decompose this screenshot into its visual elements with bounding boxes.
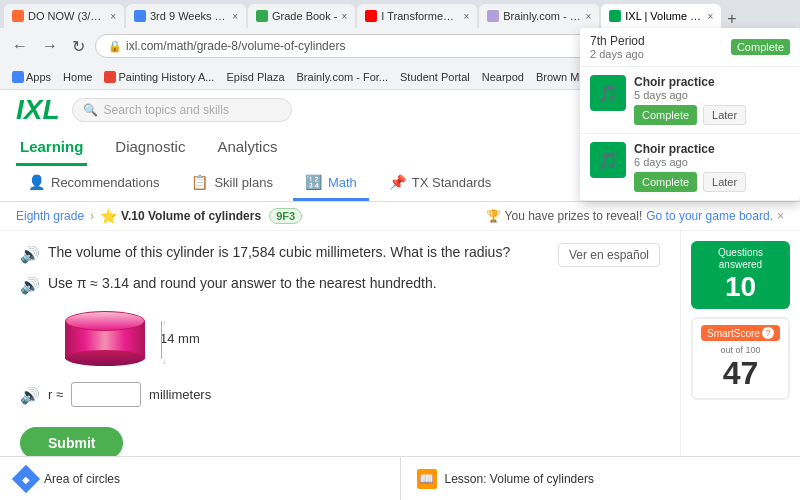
breadcrumb: Eighth grade › ⭐ V.10 Volume of cylinder… — [0, 202, 800, 231]
sub-nav-tx-standards[interactable]: 📌 TX Standards — [377, 166, 504, 201]
notif-icon-1: 🎵 — [590, 75, 626, 111]
tab-close-ixl[interactable]: × — [707, 11, 713, 22]
notif-complete-btn-1[interactable]: Complete — [634, 105, 697, 125]
ixl-logo-text: IXL — [16, 94, 60, 125]
breadcrumb-grade[interactable]: Eighth grade — [16, 209, 84, 223]
new-tab-button[interactable]: + — [727, 10, 736, 28]
qa-count: 10 — [699, 271, 782, 303]
search-bar[interactable]: 🔍 Search topics and skills — [72, 98, 292, 122]
translate-button[interactable]: Ver en español — [558, 243, 660, 267]
notif-actions-1: Complete Later — [634, 105, 790, 125]
forward-button[interactable]: → — [38, 35, 62, 57]
speaker-icon-1[interactable]: 🔊 — [20, 245, 40, 264]
sub-nav-math[interactable]: 🔢 Math — [293, 166, 369, 201]
nav-analytics[interactable]: Analytics — [213, 130, 281, 166]
sub-nav-label-math: Math — [328, 175, 357, 190]
notif-title-1: Choir practice — [634, 75, 790, 89]
smart-score-sub: out of 100 — [701, 345, 780, 355]
tab-close-brainly[interactable]: × — [585, 11, 591, 22]
bookmark-apps[interactable]: Apps — [8, 69, 55, 85]
tab-favicon-do — [12, 10, 24, 22]
recommendations-icon: 👤 — [28, 174, 45, 190]
height-arrow-bottom: ↓ — [162, 357, 166, 366]
bookmark-home[interactable]: Home — [59, 69, 96, 85]
notif-later-btn-1[interactable]: Later — [703, 105, 746, 125]
smart-score-info-icon[interactable]: ? — [762, 327, 774, 339]
tab-close-do-now[interactable]: × — [110, 11, 116, 22]
bookmark-painting[interactable]: Painting History A... — [100, 69, 218, 85]
notif-content-1: Choir practice 5 days ago Complete Later — [634, 75, 790, 125]
tab-favicon-brainly — [487, 10, 499, 22]
tab-label-9weeks: 3rd 9 Weeks Test | School... — [150, 10, 228, 22]
score-badge: 9F3 — [269, 208, 302, 224]
lock-icon: 🔒 — [108, 40, 122, 53]
answer-input[interactable] — [71, 382, 141, 407]
cylinder-diagram: ↑ ↓ 14 mm — [60, 311, 660, 366]
tab-close-9weeks[interactable]: × — [232, 11, 238, 22]
prize-link[interactable]: Go to your game board. — [646, 209, 773, 223]
notif-item-2: 🎵 Choir practice 6 days ago Complete Lat… — [580, 134, 800, 201]
resource-area-of-circles[interactable]: ◆ Area of circles — [0, 457, 401, 500]
trophy-icon: 🏆 — [486, 209, 501, 223]
breadcrumb-sep: › — [90, 209, 94, 223]
notif-item-1: 🎵 Choir practice 5 days ago Complete Lat… — [580, 67, 800, 134]
bookmark-apps-icon — [12, 71, 24, 83]
breadcrumb-topic: ⭐ V.10 Volume of cylinders 9F3 — [100, 208, 302, 224]
tab-label-ixl: IXL | Volume of cylinders |... — [625, 10, 703, 22]
back-button[interactable]: ← — [8, 35, 32, 57]
notif-actions-2: Complete Later — [634, 172, 790, 192]
tab-do-now[interactable]: DO NOW (3/3) The Selfie i... × — [4, 4, 124, 28]
bookmark-nearpod[interactable]: Nearpod — [478, 69, 528, 85]
tab-favicon-ixl — [609, 10, 621, 22]
resource-book-icon: 📖 — [417, 469, 437, 489]
problem-text-1: The volume of this cylinder is 17,584 cu… — [48, 243, 510, 263]
resource-diamond-icon: ◆ — [12, 464, 40, 492]
period-info: 7th Period 2 days ago — [590, 34, 645, 60]
tab-transformed[interactable]: I Transformed A GIANT C... × — [357, 4, 477, 28]
bookmark-episd[interactable]: Episd Plaza — [222, 69, 288, 85]
breadcrumb-topic-label: V.10 Volume of cylinders — [121, 209, 261, 223]
resource-label-lesson: Lesson: Volume of cylinders — [445, 472, 594, 486]
resource-book-symbol: 📖 — [419, 472, 434, 486]
search-placeholder: Search topics and skills — [104, 103, 229, 117]
cylinder-shape: ↑ ↓ — [60, 311, 150, 366]
sub-nav-skill-plans[interactable]: 📋 Skill plans — [179, 166, 285, 201]
tab-brainly[interactable]: Brainly.com - For students... × — [479, 4, 599, 28]
answer-unit: millimeters — [149, 387, 211, 402]
tab-grade[interactable]: Grade Book - × — [248, 4, 355, 28]
period-time: 2 days ago — [590, 48, 645, 60]
speaker-icon-3[interactable]: 🔊 — [20, 386, 40, 405]
nav-learning[interactable]: Learning — [16, 130, 87, 166]
prize-close-icon[interactable]: × — [777, 209, 784, 223]
questions-answered-box: Questions answered 10 — [691, 241, 790, 309]
problem-text-2: Use π ≈ 3.14 and round your answer to th… — [48, 274, 437, 294]
cylinder-measurement: 14 mm — [160, 331, 200, 346]
sub-nav-recommendations[interactable]: 👤 Recommendations — [16, 166, 171, 201]
tab-close-grade[interactable]: × — [341, 11, 347, 22]
answer-prefix: r ≈ — [48, 387, 63, 402]
bookmark-painting-icon — [104, 71, 116, 83]
resource-volume-lesson[interactable]: 📖 Lesson: Volume of cylinders — [401, 457, 801, 500]
tab-9weeks[interactable]: 3rd 9 Weeks Test | School... × — [126, 4, 246, 28]
bookmark-student-portal[interactable]: Student Portal — [396, 69, 474, 85]
refresh-button[interactable]: ↻ — [68, 35, 89, 58]
tab-label-do-now: DO NOW (3/3) The Selfie i... — [28, 10, 106, 22]
tab-label-grade: Grade Book - — [272, 10, 337, 22]
prize-banner: 🏆 You have prizes to reveal! Go to your … — [486, 209, 784, 223]
smart-score-box: SmartScore ? out of 100 47 — [691, 317, 790, 400]
skill-plans-icon: 📋 — [191, 174, 208, 190]
resource-diamond-symbol: ◆ — [22, 473, 30, 484]
notif-later-btn-2[interactable]: Later — [703, 172, 746, 192]
period-name: 7th Period — [590, 34, 645, 48]
notif-complete-btn-2[interactable]: Complete — [634, 172, 697, 192]
notif-title-2: Choir practice — [634, 142, 790, 156]
resource-label-circles: Area of circles — [44, 472, 120, 486]
nav-diagnostic[interactable]: Diagnostic — [111, 130, 189, 166]
speaker-icon-2[interactable]: 🔊 — [20, 276, 40, 295]
cylinder-top-ellipse — [65, 311, 145, 331]
bookmark-brainly[interactable]: Brainly.com - For... — [293, 69, 392, 85]
tab-ixl[interactable]: IXL | Volume of cylinders |... × — [601, 4, 721, 28]
problem-line-2: 🔊 Use π ≈ 3.14 and round your answer to … — [20, 274, 660, 295]
submit-button[interactable]: Submit — [20, 427, 123, 459]
tab-close-transformed[interactable]: × — [463, 11, 469, 22]
